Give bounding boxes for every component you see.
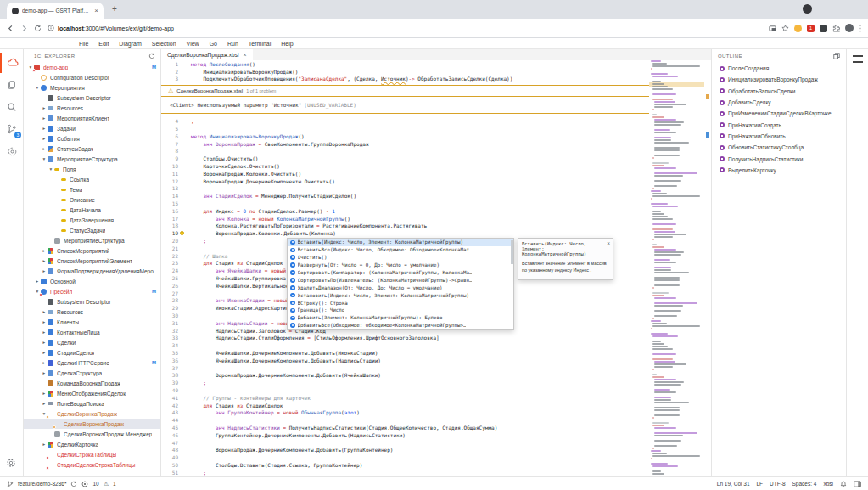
line-number[interactable]: 13 [161,185,178,191]
tab-close-icon[interactable]: × [94,7,98,14]
plugins-icon[interactable] [0,141,24,161]
panel-menu-icon[interactable] [853,55,863,65]
code-text[interactable]: для Индекс = 0 по СтадииСделок.Размер() … [186,208,335,214]
line-number[interactable]: 14 [161,193,178,199]
code-line[interactable]: 45 знч НадписьСтатистики = ПолучитьНадпи… [161,424,704,431]
code-text[interactable]: метод ИнициализироватьВоронкуПродаж() [186,133,305,139]
code-text[interactable]: ЯчейкаШапки.ДочерниеКомпоненты.Добавить(… [186,350,378,356]
sync-icon[interactable] [70,481,77,487]
line-number[interactable]: 7 [161,141,178,147]
tree-item[interactable]: ▸Сделки [24,337,160,347]
code-text[interactable]: для Стадия из СтадииСделок [186,260,283,266]
tree-item[interactable]: ▾Поля [24,164,160,174]
code-line[interactable]: 33 НадписьСтадии.СтилиОформления = [Стил… [161,335,704,342]
menu-item-diagram[interactable]: Diagram [115,41,145,47]
forward-icon[interactable] [20,25,28,32]
chevron-right-icon[interactable]: ▸ [41,258,48,263]
line-number[interactable]: 51 [161,470,178,476]
cast-icon[interactable] [769,25,776,32]
layout-icon[interactable] [854,481,861,487]
line-number[interactable]: 28 [161,297,178,303]
code-line[interactable]: 18 Колонка.РастягиватьПоГоризонтали = Ра… [161,222,704,230]
puzzle-extensions-icon[interactable] [832,25,840,32]
suggestion-item[interactable]: Очистить() [288,254,513,262]
code-line[interactable]: 5 [161,125,704,132]
outline-item[interactable]: ПриНажатииСоздать [712,119,846,130]
tree-item[interactable]: ▸МенюОтображенияСделок [24,388,160,398]
outline-item[interactable]: ПослеСоздания [712,63,846,74]
line-number[interactable]: 23 [161,260,178,266]
code-line[interactable]: 12 ВоронкаПродаж.ДочерниеКомпоненты.Очис… [161,177,704,185]
suggestion-item[interactable]: Сортировать(Компаратор: (КолонкаМатрично… [288,269,513,277]
outline-item[interactable]: ВыделитьКарточку [712,165,846,176]
chevron-right-icon[interactable]: ▸ [41,115,48,121]
suggest-scrollbar[interactable] [511,240,513,264]
outline-item[interactable]: ПриИзмененииСтадииСделкиВКарточке [712,108,846,119]
suggestion-item[interactable]: Установить(Индекс: Число, Элемент: Колон… [288,291,513,299]
code-line[interactable]: 15 [161,200,704,207]
gutter[interactable] [178,230,186,236]
line-number[interactable]: 30 [161,313,178,318]
line-number[interactable]: 22 [161,253,178,259]
chevron-right-icon[interactable]: ▸ [41,350,48,355]
code-text[interactable]: // Группы - контейнеры для карточек [186,395,311,401]
code-line[interactable]: 41 // Группы - контейнеры для карточек [161,394,704,402]
menu-item-terminal[interactable]: Terminal [244,41,275,47]
files-icon[interactable] [0,75,24,95]
code-text[interactable]: метод ПослеСоздания() [186,61,255,67]
line-number[interactable]: 37 [161,365,178,371]
chevron-right-icon[interactable]: ▸ [41,442,48,447]
code-text[interactable]: ГруппаКонтейнер.ДочерниеКомпоненты.Добав… [186,432,406,438]
code-text[interactable]: ; [186,470,206,476]
suggestion-item[interactable]: ВСтроку(): Строка [288,299,513,307]
line-number[interactable]: 11 [161,171,178,177]
code-line[interactable]: 49 [161,453,704,461]
code-line[interactable]: 4; [161,117,704,125]
tree-item[interactable]: СделкиВоронкаПродаж [24,419,160,429]
line-number[interactable]: 38 [161,372,178,378]
suggestion-item[interactable]: Граница(): Число [288,307,513,314]
line-number[interactable]: 46 [161,432,178,438]
line-number[interactable]: 9 [161,155,178,161]
tree-item[interactable]: ДатаНачала [24,205,160,215]
outline-item[interactable]: ПолучитьНадписьСтатистики [712,153,846,164]
code-text[interactable]: ИнициализироватьВоронкуПродаж() [186,69,298,75]
editor-tab-close-icon[interactable]: × [243,52,246,58]
code-line[interactable]: 14 знч СтадииСделок = Менеджер.ПолучитьС… [161,192,704,200]
tree-item[interactable]: ▾МероприятиеСтруктура [24,154,160,164]
code-text[interactable]: ВоронкаПродаж.ДочерниеКомпоненты.Очистит… [186,178,335,184]
code-line[interactable]: 48 ВоронкаПродаж.ДочерниеКомпоненты.Доба… [161,446,704,453]
code-line[interactable]: 51 ; [161,469,704,476]
code-line[interactable]: 43 знч ГруппаКонтейнер = новый ОбычнаяГр… [161,408,704,416]
tree-item[interactable]: ▾demo-appM [24,62,160,72]
code-text[interactable]: знч СтадииСделок = Менеджер.ПолучитьСтад… [186,193,356,199]
line-number[interactable]: 31 [161,320,178,326]
chevron-right-icon[interactable]: ▸ [41,370,48,375]
doc-close-icon[interactable]: × [607,240,610,246]
tree-item[interactable]: ▸СписокМероприятийЭлемент [24,256,160,266]
line-number[interactable]: 25 [161,275,178,281]
code-text[interactable]: ; [186,380,206,386]
chevron-right-icon[interactable]: ▸ [41,268,48,273]
menu-item-edit[interactable]: Edit [94,41,113,47]
kebab-menu-icon[interactable] [859,25,861,32]
menu-item-run[interactable]: Run [223,41,243,47]
chevron-down-icon[interactable]: ▾ [41,156,48,161]
line-number[interactable]: 44 [161,417,178,423]
line-number[interactable]: 2 [161,69,178,75]
tree-item[interactable]: ▸МероприятияКлиент [24,113,160,123]
line-number[interactable]: 6 [161,133,178,139]
suggestion-item[interactable]: УдалитьДиапазон(От: Число, До: Число = у… [288,284,513,291]
code-line[interactable]: 9 Столбцы.Очистить() [161,155,704,162]
site-info-icon[interactable] [48,25,54,31]
tree-item[interactable]: ▸СтадииСделок [24,347,160,358]
editor-tab[interactable]: СделкиВоронкаПродаж.xbsl × [161,49,253,60]
line-number[interactable]: 50 [161,462,178,468]
line-number[interactable]: 26 [161,283,178,289]
extension-icon-3[interactable] [820,25,827,32]
suggestion-item[interactable]: СортироватьПо(Извлекатель: (КолонкаМатри… [288,276,513,284]
chevron-right-icon[interactable]: ▸ [34,279,41,284]
line-number[interactable]: 48 [161,447,178,453]
code-text[interactable]: знч ВоронкаПродаж = СвоиКомпоненты.Групп… [186,141,369,147]
extension-icon-1[interactable] [794,25,802,32]
